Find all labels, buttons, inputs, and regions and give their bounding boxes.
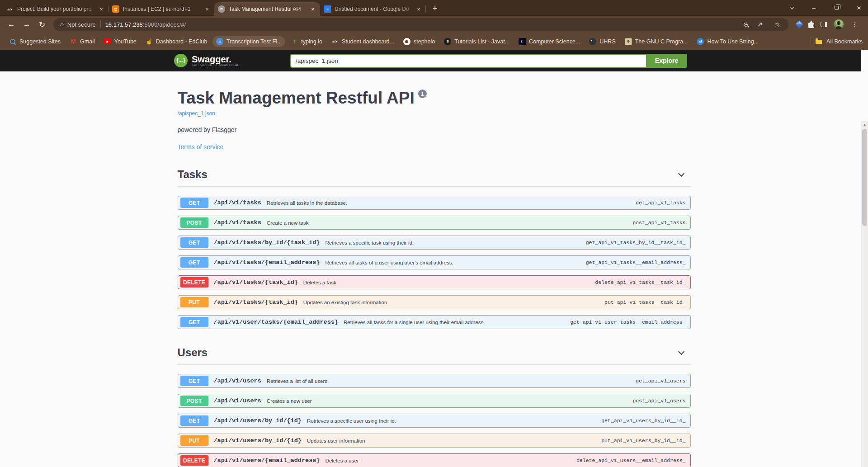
- bookmark-label: The GNU C Progra...: [635, 38, 688, 45]
- bookmark-label: Student dashboard...: [342, 38, 394, 45]
- endpoint-row-get-api-v1-users[interactable]: GET/api/v1/usersRetrieves a list of all …: [178, 374, 691, 388]
- endpoint-row-get-api-v1-user-tasks-email-ad[interactable]: GET/api/v1/user/tasks/{email_address}Ret…: [178, 315, 691, 329]
- address-bar[interactable]: ⚠ Not secure 16.171.57.238 :5000/apidocs…: [53, 18, 788, 31]
- fcc-icon: f.: [519, 38, 526, 45]
- bookmark-uhrs[interactable]: UHRS: [585, 36, 619, 47]
- docs-favicon: ≡: [324, 5, 331, 13]
- tab-close-icon[interactable]: ×: [415, 5, 422, 13]
- chevron-down-icon[interactable]: [678, 349, 684, 355]
- tab-task-management-restful-api[interactable]: ◠Task Management Restful API×: [214, 2, 320, 16]
- swagger-brand-name: Swagger: [192, 54, 229, 64]
- page-scrollbar[interactable]: ▲ ▼: [861, 121, 868, 467]
- swagger-brand[interactable]: {…} Swagger. Supported by SMARTBEAR: [174, 54, 240, 67]
- youtube-icon: ▶: [104, 39, 111, 44]
- ec2-favicon: ◻: [112, 5, 119, 13]
- tab-close-icon[interactable]: ×: [203, 5, 211, 13]
- tab-close-icon[interactable]: ×: [98, 5, 105, 13]
- side-panel-icon[interactable]: [821, 22, 827, 27]
- bookmark-tutorials-list-javat[interactable]: STutorials List - Javat...: [440, 36, 513, 47]
- terms-of-service-link[interactable]: Terms of service: [178, 143, 224, 151]
- bookmark-how-to-use-string[interactable]: ↺How To Use String...: [693, 36, 762, 47]
- section-header-tasks[interactable]: Tasks: [178, 168, 691, 187]
- new-tab-button[interactable]: +: [429, 2, 441, 15]
- page-content: Task Management Restful API 1 /apispec_1…: [0, 71, 868, 467]
- endpoint-path: /api/v1/users/{email_address}: [214, 457, 320, 464]
- restore-button[interactable]: [832, 0, 841, 16]
- endpoint-description: Retrieves a list of all users.: [267, 378, 329, 384]
- tab-instances-ec2-eu-north-1[interactable]: ◻Instances | EC2 | eu-north-1×: [108, 2, 214, 16]
- bookmark-label: Transcription Test Fi...: [226, 38, 282, 45]
- endpoint-row-put-api-v1-tasks-task-id[interactable]: PUT/api/v1/tasks/{task_id}Updates an exi…: [178, 295, 691, 309]
- endpoint-description: Creates a new user: [267, 398, 312, 404]
- chevron-down-icon[interactable]: [678, 170, 684, 177]
- operation-id: get_api_v1_users_by_id__id_: [601, 418, 685, 424]
- bookmark-youtube[interactable]: ▶YouTube: [100, 37, 140, 47]
- tab-search-icon[interactable]: [787, 0, 796, 16]
- endpoint-row-get-api-v1-tasks-email-address[interactable]: GET/api/v1/tasks/{email_address}Retrieve…: [178, 255, 691, 269]
- bookmark-suggested-sites[interactable]: Suggested Sites: [5, 36, 64, 47]
- zoom-icon[interactable]: [744, 23, 748, 27]
- chevron-down-icon: [789, 5, 794, 9]
- section-header-users[interactable]: Users: [178, 346, 691, 365]
- spec-url-input[interactable]: [290, 54, 646, 68]
- scrollbar-thumb[interactable]: [862, 129, 867, 226]
- close-window-button[interactable]: ×: [854, 0, 863, 16]
- operation-id: post_api_v1_tasks: [632, 220, 685, 226]
- tab-project-build-your-portfolio-p[interactable]: alxProject: Build your portfolio proj×: [3, 2, 108, 16]
- bookmark-typing-io[interactable]: ttyping.io: [287, 36, 326, 47]
- endpoint-description: Retrieves a specific task using their id…: [325, 240, 414, 245]
- alx-favicon: alx: [6, 5, 14, 13]
- scroll-up-icon[interactable]: ▲: [861, 121, 868, 128]
- back-button[interactable]: ←: [5, 18, 18, 31]
- api-info: Task Management Restful API 1 /apispec_1…: [178, 71, 691, 151]
- endpoint-row-delete-api-v1-tasks-task-id[interactable]: DELETE/api/v1/tasks/{task_id}Deletes a t…: [178, 275, 691, 289]
- spec-link[interactable]: /apispec_1.json: [178, 110, 215, 117]
- transcript-icon: ≡: [216, 38, 223, 45]
- endpoint-row-get-api-v1-tasks-by-id-task-id[interactable]: GET/api/v1/tasks/by_id/{task_id}Retrieve…: [178, 236, 691, 250]
- endpoint-path: /api/v1/users: [214, 377, 261, 384]
- url-host: 16.171.57.238: [105, 21, 143, 28]
- method-badge: PUT: [180, 297, 208, 307]
- not-secure-warning-icon[interactable]: ⚠: [60, 21, 65, 28]
- gmail-icon: M: [70, 38, 77, 45]
- share-icon[interactable]: ↗: [755, 19, 765, 29]
- minimize-button[interactable]: –: [809, 0, 818, 16]
- operation-id: put_api_v1_users_by_id__id_: [601, 438, 685, 443]
- extension-icon[interactable]: [796, 21, 803, 28]
- bookmark-label: stepholo: [414, 38, 435, 45]
- bookmark-star-icon[interactable]: ☆: [772, 19, 782, 29]
- bookmark-label: Suggested Sites: [19, 38, 61, 45]
- tab-strip: alxProject: Build your portfolio proj×◻I…: [3, 0, 426, 16]
- endpoint-row-get-api-v1-users-by-id-id[interactable]: GET/api/v1/users/by_id/{id}Retrieves a s…: [178, 414, 691, 428]
- gnu-icon: G: [625, 38, 632, 45]
- endpoint-description: Retrieves a specific user using their id…: [307, 418, 396, 424]
- endpoint-description: Create a new task: [267, 220, 309, 226]
- bookmark-transcription-test-fi[interactable]: ≡Transcription Test Fi...: [212, 36, 285, 47]
- bookmark-dashboard-edclub[interactable]: ☝Dashboard - EdClub: [142, 36, 211, 47]
- endpoint-row-post-api-v1-users[interactable]: POST/api/v1/usersCreates a new userpost_…: [178, 394, 691, 408]
- endpoint-description: Deletes a user: [325, 458, 359, 463]
- reload-button[interactable]: ↻: [35, 18, 49, 31]
- uhrs-icon: [589, 38, 596, 45]
- endpoint-description: Retrieves all tasks of a user using user…: [325, 260, 453, 265]
- bookmark-the-gnu-c-progra[interactable]: GThe GNU C Progra...: [621, 36, 692, 47]
- bookmarks-bar: Suggested SitesMGmail▶YouTube☝Dashboard …: [0, 33, 868, 50]
- forward-button[interactable]: →: [20, 18, 33, 31]
- menu-kebab-icon[interactable]: ⋮: [850, 19, 860, 29]
- bookmark-gmail[interactable]: MGmail: [66, 36, 99, 47]
- extensions-puzzle-icon[interactable]: [808, 23, 814, 28]
- security-label[interactable]: Not secure: [67, 21, 96, 28]
- tab-untitled-document-google-do[interactable]: ≡Untitled document - Google Do×: [320, 2, 426, 16]
- endpoint-row-put-api-v1-users-by-id-id[interactable]: PUT/api/v1/users/by_id/{id}Updates user …: [178, 434, 691, 448]
- swagger-topbar: {…} Swagger. Supported by SMARTBEAR Expl…: [0, 50, 861, 71]
- profile-avatar[interactable]: [834, 19, 844, 29]
- endpoint-row-get-api-v1-tasks[interactable]: GET/api/v1/tasksRetrieves all tasks in t…: [178, 196, 691, 210]
- bookmark-computer-science[interactable]: f.Computer Science...: [515, 36, 584, 47]
- endpoint-row-post-api-v1-tasks[interactable]: POST/api/v1/tasksCreate a new taskpost_a…: [178, 216, 691, 230]
- endpoint-row-delete-api-v1-users-email-addr[interactable]: DELETE/api/v1/users/{email_address}Delet…: [178, 453, 691, 467]
- tab-close-icon[interactable]: ×: [309, 5, 316, 13]
- explore-button[interactable]: Explore: [646, 54, 687, 68]
- bookmark-student-dashboard[interactable]: alxStudent dashboard...: [328, 36, 398, 47]
- bookmark-stepholo[interactable]: stepholo: [400, 36, 439, 47]
- all-bookmarks[interactable]: All Bookmarks: [811, 38, 863, 46]
